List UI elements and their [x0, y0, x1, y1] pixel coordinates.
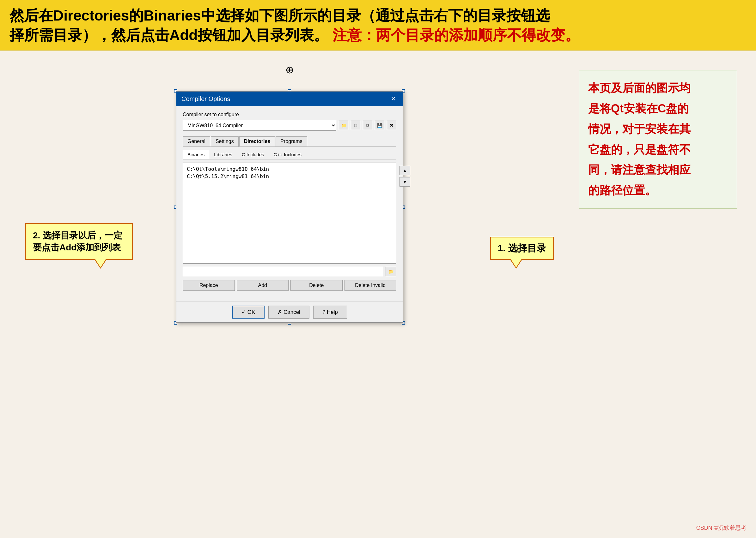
move-up-button[interactable]: ▲	[400, 166, 410, 175]
banner-text-line2: 择所需目录），然后点击Add按钮加入目录列表。	[10, 27, 328, 43]
list-container: C:\Qt\Tools\mingw810_64\bin C:\Qt\5.15.2…	[183, 163, 396, 264]
directory-list[interactable]: C:\Qt\Tools\mingw810_64\bin C:\Qt\5.15.2…	[183, 163, 396, 264]
add-button[interactable]: Add	[237, 280, 289, 291]
subtab-cpp-includes[interactable]: C++ Includes	[269, 150, 306, 159]
side-buttons: ▲ ▼	[400, 166, 410, 187]
dialog-body: Compiler set to configure MinGW810_64 Co…	[176, 106, 403, 301]
delete-button[interactable]: Delete	[290, 280, 343, 291]
folder-icon-btn[interactable]: 📁	[339, 121, 348, 130]
move-down-button[interactable]: ▼	[400, 177, 410, 187]
compiler-set-label: Compiler set to configure	[183, 112, 396, 118]
ok-button[interactable]: ✓ OK	[232, 306, 265, 319]
right-panel: 本页及后面的图示均是将Qt安装在C盘的情况，对于安装在其它盘的，只是盘符不同，请…	[579, 64, 737, 323]
help-button[interactable]: ? Help	[313, 306, 347, 319]
annotation-left-box: 2. 选择目录以后，一定要点击Add添加到列表	[25, 223, 133, 260]
replace-button[interactable]: Replace	[183, 280, 235, 291]
input-row: 📁	[183, 267, 396, 276]
banner-text-line1: 然后在Directories的Binaries中选择如下图所示的目录（通过点击右…	[10, 7, 550, 24]
watermark: CSDN ©沉默着思考	[696, 524, 746, 532]
new-icon-btn[interactable]: □	[351, 121, 360, 130]
subtab-binaries[interactable]: Binaries	[183, 150, 209, 159]
compiler-options-dialog: Compiler Options ✕ Compiler set to confi…	[176, 91, 403, 323]
compiler-select[interactable]: MinGW810_64 Compiler	[183, 120, 336, 131]
tab-programs[interactable]: Programs	[276, 136, 307, 146]
anchor-icon: ⊕	[285, 64, 294, 76]
top-banner: 然后在Directories的Binaries中选择如下图所示的目录（通过点击右…	[0, 0, 756, 51]
tab-general[interactable]: General	[183, 136, 210, 146]
save-icon-btn[interactable]: 💾	[375, 121, 384, 130]
tab-directories[interactable]: Directories	[239, 136, 275, 146]
cancel-button[interactable]: ✗ Cancel	[268, 306, 309, 319]
dir-entry-1: C:\Qt\5.15.2\mingw81_64\bin	[186, 173, 394, 180]
banner-highlight: 注意：两个目录的添加顺序不得改变。	[333, 27, 580, 43]
note-text: 本页及后面的图示均是将Qt安装在C盘的情况，对于安装在其它盘的，只是盘符不同，请…	[588, 81, 691, 197]
annotation-right-box: 1. 选择目录	[490, 237, 554, 260]
dir-entry-0: C:\Qt\Tools\mingw810_64\bin	[186, 165, 394, 173]
note-box: 本页及后面的图示均是将Qt安装在C盘的情况，对于安装在其它盘的，只是盘符不同，请…	[579, 70, 737, 209]
annotation-left-text: 2. 选择目录以后，一定要点击Add添加到列表	[33, 231, 122, 252]
delete-icon-btn[interactable]: ✖	[387, 121, 396, 130]
tab-settings[interactable]: Settings	[211, 136, 239, 146]
browse-button[interactable]: 📁	[386, 267, 396, 276]
sub-tabs: Binaries Libraries C Includes C++ Includ…	[183, 150, 396, 159]
main-area: ⊕ Compiler Options ✕ Co	[0, 51, 756, 336]
dialog-title: Compiler Options	[181, 95, 230, 103]
main-tabs: General Settings Directories Programs	[183, 136, 396, 147]
dialog-wrapper: Compiler Options ✕ Compiler set to confi…	[176, 91, 403, 323]
dialog-close-button[interactable]: ✕	[389, 95, 398, 103]
dialog-footer: ✓ OK ✗ Cancel ? Help	[176, 301, 403, 322]
annotation-right-text: 1. 选择目录	[498, 243, 546, 253]
dialog-titlebar: Compiler Options ✕	[176, 91, 403, 106]
action-buttons-row: Replace Add Delete Delete Invalid	[183, 280, 396, 291]
dialog-area: ⊕ Compiler Options ✕ Co	[19, 64, 560, 323]
subtab-c-includes[interactable]: C Includes	[237, 150, 269, 159]
directory-input[interactable]	[183, 267, 383, 276]
copy-icon-btn[interactable]: ⧉	[363, 121, 372, 130]
compiler-set-row: MinGW810_64 Compiler 📁 □ ⧉ 💾 ✖	[183, 120, 396, 131]
subtab-libraries[interactable]: Libraries	[209, 150, 237, 159]
delete-invalid-button[interactable]: Delete Invalid	[345, 280, 397, 291]
